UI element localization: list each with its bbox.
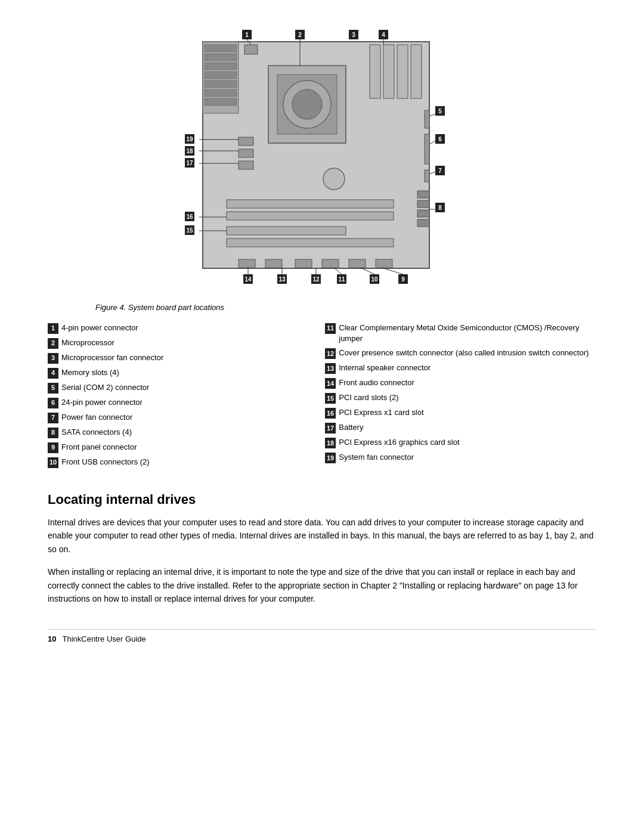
parts-left-column: 14-pin power connector2Microprocessor3Mi… [48,323,319,468]
list-item: 11Clear Complementary Metal Oxide Semico… [325,323,590,344]
part-number: 6 [48,398,58,408]
svg-text:8: 8 [438,205,442,211]
svg-rect-31 [295,259,312,268]
footer-label: ThinkCentre User Guide [62,634,145,643]
svg-rect-19 [425,170,429,182]
svg-rect-26 [227,212,394,220]
svg-rect-34 [376,259,392,268]
list-item: 10Front USB connectors (2) [48,457,313,468]
svg-text:7: 7 [438,168,442,174]
body-para-2: When installing or replacing an internal… [48,565,596,605]
svg-rect-13 [370,45,380,98]
part-number: 3 [48,353,58,364]
svg-rect-35 [239,137,253,145]
svg-text:10: 10 [371,276,378,283]
svg-rect-18 [425,134,429,164]
svg-rect-22 [417,210,429,217]
list-item: 12Cover presence switch connector (also … [325,348,590,359]
footer-page-number: 10 [48,634,56,643]
body-para-1: Internal drives are devices that your co… [48,516,596,556]
svg-rect-14 [383,45,394,98]
svg-rect-2 [205,45,237,52]
part-number: 11 [325,323,336,334]
part-number: 18 [325,438,336,448]
part-number: 9 [48,442,58,453]
part-number: 12 [325,348,336,359]
svg-text:17: 17 [186,160,193,166]
svg-text:5: 5 [438,108,442,114]
part-label: Power fan connector [61,412,132,423]
part-number: 16 [325,408,336,419]
svg-rect-28 [227,239,394,247]
parts-right-column: 11Clear Complementary Metal Oxide Semico… [319,323,596,468]
list-item: 5Serial (COM 2) connector [48,382,313,394]
list-item: 15PCI card slots (2) [325,392,590,404]
svg-text:18: 18 [186,148,193,154]
part-number: 14 [325,378,336,389]
part-label: Front audio connector [339,377,414,388]
part-label: Microprocessor [61,337,114,348]
svg-text:14: 14 [244,276,252,283]
svg-rect-5 [205,72,237,79]
part-label: 24-pin power connector [61,397,143,408]
part-label: Battery [339,422,363,433]
svg-rect-7 [205,89,237,97]
svg-text:12: 12 [312,276,320,283]
svg-text:11: 11 [338,276,345,283]
part-label: PCI card slots (2) [339,392,398,403]
list-item: 16PCI Express x1 card slot [325,407,590,419]
list-item: 7Power fan connector [48,412,313,423]
svg-text:2: 2 [298,32,302,38]
part-number: 5 [48,383,58,394]
svg-rect-21 [417,200,429,208]
list-item: 8SATA connectors (4) [48,427,313,438]
svg-line-52 [429,114,435,116]
svg-text:4: 4 [382,32,385,38]
part-number: 15 [325,393,336,404]
part-number: 7 [48,413,58,423]
svg-rect-6 [205,80,237,88]
list-item: 3Microprocessor fan connector [48,352,313,364]
svg-rect-3 [205,54,237,61]
list-item: 13Internal speaker connector [325,363,590,374]
board-diagram: 1 2 3 4 5 6 [167,24,477,298]
part-label: Microprocessor fan connector [61,352,163,363]
part-label: Front USB connectors (2) [61,457,149,467]
part-number: 8 [48,428,58,438]
svg-text:13: 13 [278,276,286,283]
svg-text:1: 1 [245,32,249,38]
part-label: System fan connector [339,452,414,463]
list-item: 624-pin power connector [48,397,313,408]
svg-rect-23 [417,219,429,227]
svg-text:9: 9 [401,276,405,283]
part-number: 13 [325,363,336,374]
svg-text:3: 3 [352,32,355,38]
svg-text:6: 6 [438,136,442,143]
svg-point-12 [292,89,322,119]
svg-rect-32 [322,259,339,268]
part-label: 4-pin power connector [61,323,138,333]
svg-rect-16 [411,45,422,98]
parts-list: 14-pin power connector2Microprocessor3Mi… [48,323,596,468]
svg-rect-29 [239,259,255,268]
svg-line-58 [429,172,435,174]
page: 1 2 3 4 5 6 [0,0,644,833]
svg-rect-25 [227,200,394,208]
list-item: 17Battery [325,422,590,433]
svg-rect-27 [227,227,346,235]
svg-text:15: 15 [186,227,193,234]
part-label: Front panel connector [61,442,137,453]
svg-line-55 [429,141,435,144]
part-number: 10 [48,457,58,468]
part-number: 4 [48,368,58,379]
part-label: Cover presence switch connector (also ca… [339,348,589,358]
svg-rect-4 [205,63,237,70]
footer: 10 ThinkCentre User Guide [48,629,596,643]
diagram-container: 1 2 3 4 5 6 [48,24,596,486]
list-item: 9Front panel connector [48,442,313,453]
part-label: Internal speaker connector [339,363,431,373]
part-number: 2 [48,338,58,349]
svg-rect-17 [425,110,429,128]
part-number: 19 [325,453,336,463]
svg-rect-37 [239,161,253,169]
